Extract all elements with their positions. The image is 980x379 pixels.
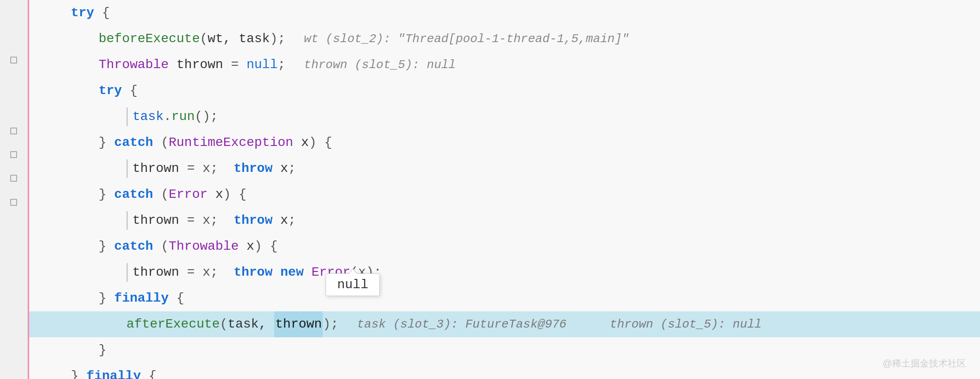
keyword-try-1: try	[71, 0, 94, 26]
gutter-icon-6: ◻	[8, 119, 19, 142]
gutter-icon-14	[8, 308, 19, 332]
type-throwable: Throwable	[99, 52, 169, 78]
null-tooltip: null	[326, 273, 380, 296]
var-thrown-highlighted: thrown	[274, 311, 323, 337]
watermark: @稀土掘金技术社区	[883, 357, 966, 370]
gutter-icon-9: ◻	[8, 190, 19, 213]
code-line-13-highlighted: afterExecute(task, thrown); task (slot_3…	[29, 311, 980, 337]
keyword-catch-2: catch	[114, 182, 153, 208]
gutter-icon-4	[8, 71, 19, 95]
gutter-icon-16	[8, 355, 19, 379]
gutter-icon-3: ◻	[8, 47, 19, 71]
code-line-2: beforeExecute(wt, task); wt (slot_2): "T…	[43, 26, 980, 52]
gutter-icon-15	[8, 332, 19, 355]
keyword-null-1: null	[246, 52, 277, 78]
code-line-14: }	[43, 337, 980, 363]
keyword-try-2: try	[99, 78, 122, 104]
method-after-execute: afterExecute	[126, 311, 220, 337]
keyword-throw-1: throw	[233, 156, 272, 182]
code-line-11: thrown = x; throw new Error(x);	[43, 259, 980, 285]
code-line-6: } catch (RuntimeException x) {	[43, 130, 980, 156]
gutter-icon-7: ◻	[8, 142, 19, 166]
gutter-icon-2	[8, 24, 19, 47]
gutter-icon-11	[8, 237, 19, 260]
keyword-catch-3: catch	[114, 234, 153, 259]
code-line-10: } catch (Throwable x) {	[43, 234, 980, 259]
keyword-finally-2: finally	[87, 363, 141, 379]
code-line-15: } finally {	[43, 363, 980, 379]
method-before-execute: beforeExecute	[99, 26, 200, 52]
left-gutter: ◻ ◻ ◻ ◻ ◻	[0, 0, 28, 379]
type-error: Error	[169, 182, 207, 208]
method-task-run: task	[132, 104, 163, 130]
method-run: run	[171, 104, 195, 130]
debug-wt: wt (slot_2): "Thread[pool-1-thread-1,5,m…	[304, 26, 629, 52]
gutter-icon-1	[8, 0, 19, 24]
code-line-3: Throwable thrown = null; thrown (slot_5)…	[43, 52, 980, 78]
keyword-throw-3: throw	[233, 259, 272, 285]
keyword-catch-1: catch	[114, 130, 153, 156]
code-line-9: thrown = x; throw x;	[43, 208, 980, 234]
code-line-8: } catch (Error x) {	[43, 182, 980, 208]
keyword-finally-1: finally	[114, 285, 169, 311]
code-line-12: } finally {	[43, 285, 980, 311]
editor-container: ◻ ◻ ◻ ◻ ◻ try { beforeExecute(wt, task);…	[0, 0, 980, 379]
code-line-4: try {	[43, 78, 980, 104]
gutter-icon-13	[8, 284, 19, 308]
gutter-icon-10	[8, 213, 19, 237]
debug-thrown-1: thrown (slot_5): null	[304, 52, 456, 78]
code-line-7: thrown = x; throw x;	[43, 156, 980, 182]
code-line-5: task.run();	[43, 104, 980, 130]
code-area: try { beforeExecute(wt, task); wt (slot_…	[29, 0, 980, 379]
type-throwable-2: Throwable	[169, 234, 239, 259]
gutter-icon-5	[8, 95, 19, 119]
code-line-1: try {	[43, 0, 980, 26]
gutter-icon-12	[8, 260, 19, 284]
tooltip-text: null	[337, 278, 368, 292]
gutter-icon-8: ◻	[8, 166, 19, 190]
type-runtime-exception: RuntimeException	[169, 130, 293, 156]
debug-after-execute: task (slot_3): FutureTask@976 thrown (sl…	[357, 311, 762, 337]
keyword-new: new	[280, 259, 303, 285]
keyword-throw-2: throw	[233, 208, 272, 234]
